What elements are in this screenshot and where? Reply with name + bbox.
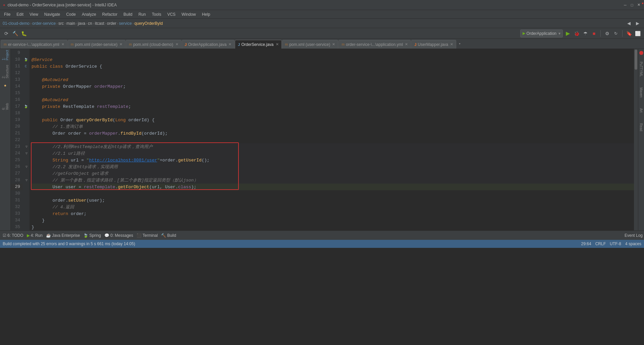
tab-application-yml-order[interactable]: m order-service-\...\application.yml ✕ bbox=[338, 40, 411, 49]
comment-32: // 4.返回 bbox=[32, 204, 74, 210]
status-position[interactable]: 29:64 bbox=[581, 242, 591, 246]
bottom-java-enterprise[interactable]: ☕ Java Enterprise bbox=[45, 232, 81, 238]
menu-code[interactable]: Code bbox=[63, 11, 78, 17]
menu-help[interactable]: Help bbox=[199, 11, 213, 17]
toolbar-bookmark-button[interactable]: 🔖 bbox=[625, 30, 633, 37]
breadcrumb-service[interactable]: service bbox=[119, 21, 132, 26]
run-config-dropdown[interactable]: ▶ OrderApplication ▾ bbox=[520, 29, 563, 38]
kw-return: return bbox=[52, 211, 71, 216]
close-button[interactable]: ✕ bbox=[636, 2, 641, 8]
sidebar-item-structure[interactable]: 2: Structure bbox=[1, 67, 10, 76]
panel-art[interactable]: Art bbox=[639, 106, 643, 115]
code-text[interactable]: @Service public class OrderService { @Au… bbox=[30, 49, 634, 230]
panel-maven[interactable]: Maven bbox=[639, 85, 643, 99]
minimize-button[interactable]: ─ bbox=[623, 2, 628, 8]
url-localhost[interactable]: http://localhost:8081/user bbox=[89, 158, 157, 163]
fold-26[interactable]: ▽ bbox=[25, 165, 28, 169]
menu-navigate[interactable]: Navigate bbox=[42, 11, 63, 17]
tab-pom-user[interactable]: m pom.xml (user-service) ✕ bbox=[282, 40, 338, 49]
menu-view[interactable]: View bbox=[27, 11, 41, 17]
bottom-run[interactable]: ▶ 4: Run bbox=[25, 232, 44, 238]
toolbar-layout-button[interactable]: ⬜ bbox=[634, 30, 641, 37]
field-ordermapper: orderMapper bbox=[94, 84, 123, 89]
bottom-terminal[interactable]: ⬛ Terminal bbox=[135, 232, 159, 238]
nav-back-button[interactable]: ◀ bbox=[625, 20, 633, 27]
breadcrumb-src[interactable]: src bbox=[58, 21, 64, 26]
sidebar-item-web[interactable]: 6: Web bbox=[1, 100, 10, 110]
panel-read[interactable]: Read bbox=[639, 121, 643, 133]
menu-build[interactable]: Build bbox=[121, 11, 135, 17]
status-indent[interactable]: 4 spaces bbox=[625, 242, 641, 246]
tab-pom-cloud[interactable]: m pom.xml (cloud-demo) ✕ bbox=[126, 40, 181, 49]
status-encoding[interactable]: UTF-8 bbox=[610, 242, 621, 246]
code-line-28: // 第一个参数，指定请求路径，[第二个参数]指定返回类型（默认json） bbox=[32, 177, 634, 184]
toolbar-debug-run-button[interactable]: 🐞 bbox=[573, 30, 580, 37]
sidebar-item-project[interactable]: 1: Project bbox=[1, 50, 10, 60]
breadcrumb-method[interactable]: queryOrderById bbox=[135, 21, 163, 26]
status-line-ending[interactable]: CRLF bbox=[595, 242, 606, 246]
menu-window[interactable]: Window bbox=[179, 11, 199, 17]
tab-user-mapper[interactable]: J UserMapper.java ✕ bbox=[411, 40, 456, 49]
class-icon-11[interactable]: C bbox=[23, 64, 29, 69]
maximize-button[interactable]: □ bbox=[629, 2, 635, 8]
tab-close-1[interactable]: ✕ bbox=[61, 42, 64, 47]
bottom-messages[interactable]: 💬 0: Messages bbox=[103, 232, 135, 238]
nav-forward-button[interactable]: ▶ bbox=[634, 20, 641, 27]
tab-close-6[interactable]: ✕ bbox=[332, 42, 335, 47]
menu-edit[interactable]: Edit bbox=[14, 11, 26, 17]
bean-icon-10[interactable]: 🍃 bbox=[23, 57, 29, 62]
menu-refactor[interactable]: Refactor bbox=[100, 11, 120, 17]
bottom-spring[interactable]: 🍃 Spring bbox=[82, 232, 102, 238]
kw-private-14: private bbox=[42, 84, 63, 89]
panel-puttyml[interactable]: PuTTYML bbox=[639, 60, 643, 79]
scrollbar-thumb[interactable] bbox=[635, 50, 637, 70]
tab-order-application[interactable]: J OrderApplication.java ✕ bbox=[182, 40, 235, 49]
code-line-34: } bbox=[32, 217, 634, 224]
tab-overflow-button[interactable]: ▾ bbox=[457, 42, 462, 46]
toolbar-sync-button[interactable]: ⟳ bbox=[3, 30, 10, 37]
tab-close-3[interactable]: ✕ bbox=[175, 42, 178, 47]
annotation-autowired-13: @Autowired bbox=[42, 77, 68, 82]
bottom-todo[interactable]: ☑ 6: TODO bbox=[1, 232, 25, 238]
fold-28[interactable]: ▽ bbox=[25, 178, 28, 182]
breadcrumb-cn[interactable]: cn bbox=[88, 21, 92, 26]
menu-tools[interactable]: Tools bbox=[149, 11, 164, 17]
breadcrumb-java[interactable]: java bbox=[78, 21, 85, 26]
bean-icon-17[interactable]: 🍃 bbox=[23, 104, 29, 109]
toolbar-build-button[interactable]: 🔨 bbox=[11, 30, 19, 37]
tab-pom-order[interactable]: m pom.xml (order-service) ✕ bbox=[68, 40, 126, 49]
code-line-32: // 4.返回 bbox=[32, 204, 634, 210]
breadcrumb-main[interactable]: main bbox=[66, 21, 75, 26]
toolbar-update-button[interactable]: ↻ bbox=[612, 30, 620, 37]
breadcrumb-01-cloud-demo[interactable]: 01-cloud-demo bbox=[3, 21, 30, 26]
editor-scrollbar[interactable] bbox=[634, 49, 638, 230]
toolbar-debug-button[interactable]: 🐛 bbox=[20, 30, 28, 37]
menu-vcs[interactable]: VCS bbox=[165, 11, 178, 17]
str-url: " bbox=[87, 158, 89, 163]
toolbar-stop-button[interactable]: ■ bbox=[590, 30, 598, 37]
event-log-label[interactable]: Event Log bbox=[625, 233, 643, 238]
breadcrumb-order[interactable]: order bbox=[107, 21, 116, 26]
breadcrumb-order-service[interactable]: order-service bbox=[32, 21, 56, 26]
menu-run[interactable]: Run bbox=[136, 11, 149, 17]
code-line-9 bbox=[32, 50, 634, 56]
fold-24[interactable]: ▽ bbox=[25, 151, 28, 155]
tab-close-8[interactable]: ✕ bbox=[450, 42, 453, 47]
fold-23[interactable]: ▽ bbox=[25, 145, 28, 149]
toolbar-run-button[interactable]: ▶ bbox=[564, 30, 572, 37]
menu-file[interactable]: File bbox=[1, 11, 13, 17]
bottom-build[interactable]: 🔨 Build bbox=[160, 232, 177, 238]
tab-order-service[interactable]: J OrderService.java ✕ bbox=[235, 40, 281, 49]
tab-close-7[interactable]: ✕ bbox=[405, 42, 408, 47]
tab-close-2[interactable]: ✕ bbox=[119, 42, 122, 47]
tab-application-yml-er[interactable]: m er-service-\...\application.yml ✕ bbox=[1, 40, 67, 49]
toolbar-more-button[interactable]: ⚙ bbox=[603, 30, 611, 37]
breadcrumb-itcast[interactable]: itcast bbox=[95, 21, 104, 26]
tab-close-4[interactable]: ✕ bbox=[228, 42, 231, 47]
code-line-14: private OrderMapper orderMapper; bbox=[32, 83, 634, 90]
tab-close-5[interactable]: ✕ bbox=[276, 42, 279, 47]
toolbar-coverage-button[interactable]: ☂ bbox=[582, 30, 589, 37]
sidebar-item-favorites[interactable]: ★ bbox=[1, 80, 10, 90]
toolbar: ⟳ 🔨 🐛 ▶ OrderApplication ▾ ▶ 🐞 ☂ ■ ⚙ ↻ 🔖… bbox=[0, 28, 644, 39]
menu-analyze[interactable]: Analyze bbox=[79, 11, 99, 17]
